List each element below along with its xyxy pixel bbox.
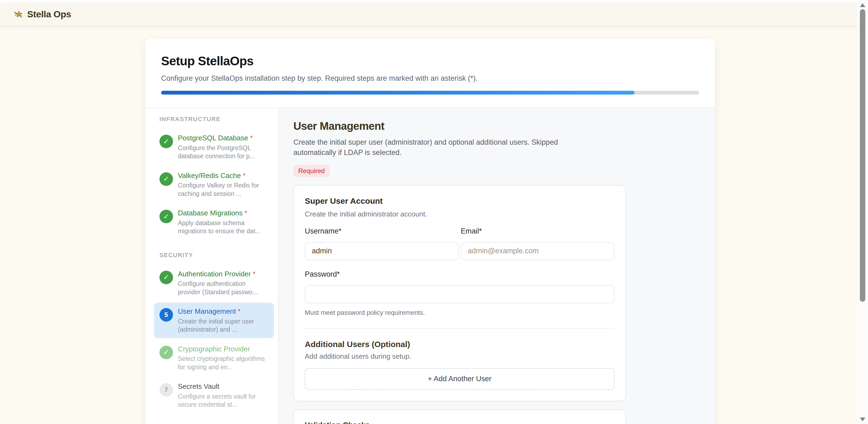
username-input[interactable] xyxy=(305,242,459,260)
step-title: Database Migrations xyxy=(178,209,242,217)
required-asterisk: * xyxy=(251,270,255,278)
step-description: Select cryptographic algorithms for sign… xyxy=(178,355,269,371)
progress-bar-fill xyxy=(161,91,634,95)
step-description: Configure authentication provider (Stand… xyxy=(178,280,269,296)
scrollbar-up-arrow-icon[interactable] xyxy=(860,3,865,7)
super-user-heading: Super User Account xyxy=(305,196,615,206)
sidebar-item-authentication-provider[interactable]: ✓ Authentication Provider * Configure au… xyxy=(154,265,274,301)
topbar: Stella Ops xyxy=(0,3,868,26)
scrollbar-thumb[interactable] xyxy=(860,9,865,302)
progress-bar xyxy=(161,91,699,95)
additional-users-subheading: Add additional users during setup. xyxy=(305,352,615,361)
step-description: Configure Valkey or Redis for caching an… xyxy=(178,181,269,198)
step-description: Apply database schema migrations to ensu… xyxy=(178,219,269,235)
step-description: Create the initial super user (administr… xyxy=(178,317,269,334)
super-user-subheading: Create the initial administrator account… xyxy=(305,210,615,218)
username-field-group: Username* xyxy=(305,227,459,260)
page-subtitle: Configure your StellaOps installation st… xyxy=(161,74,699,83)
sidebar-item-cryptographic-provider[interactable]: ✓ Cryptographic Provider Select cryptogr… xyxy=(154,340,274,376)
page-scrollbar[interactable] xyxy=(857,0,868,424)
step-description: Configure the PostgreSQL database connec… xyxy=(178,144,269,160)
step-title: Authentication Provider xyxy=(178,270,251,278)
sidebar-item-database-migrations[interactable]: ✓ Database Migrations * Apply database s… xyxy=(154,204,274,240)
check-circle-icon: ✓ xyxy=(159,210,173,223)
setup-wizard-card: Setup StellaOps Configure your StellaOps… xyxy=(145,38,715,424)
step-page-title: User Management xyxy=(293,120,715,132)
password-helper-text: Must meet password policy requirements. xyxy=(305,309,615,317)
password-field-group: Password* Must meet password policy requ… xyxy=(305,270,615,317)
section-divider xyxy=(305,328,615,329)
validation-checks-heading: Validation Checks xyxy=(305,421,615,424)
top-strip xyxy=(0,0,868,3)
step-title: PostgreSQL Database xyxy=(178,134,248,142)
steps-sidebar: INFRASTRUCTURE ✓ PostgreSQL Database * C… xyxy=(145,108,279,424)
step-title: Cryptographic Provider xyxy=(178,345,250,353)
validation-checks-panel: Validation Checks connectivity Check pas… xyxy=(293,410,626,424)
check-circle-icon: ✓ xyxy=(159,346,173,359)
scrollbar-down-arrow-icon[interactable] xyxy=(860,418,865,421)
sidebar-item-postgresql-database[interactable]: ✓ PostgreSQL Database * Configure the Po… xyxy=(154,129,274,165)
section-label-security: SECURITY xyxy=(159,252,274,259)
email-label: Email* xyxy=(461,227,615,235)
wizard-header: Setup StellaOps Configure your StellaOps… xyxy=(145,38,715,108)
required-asterisk: * xyxy=(241,171,245,180)
sidebar-item-secrets-vault[interactable]: 7 Secrets Vault Configure a secrets vaul… xyxy=(154,378,274,413)
brand-title[interactable]: Stella Ops xyxy=(27,9,71,20)
password-input[interactable] xyxy=(305,285,615,303)
password-label: Password* xyxy=(305,270,615,279)
step-description: Configure a secrets vault for secure cre… xyxy=(178,392,269,409)
section-label-infrastructure: INFRASTRUCTURE xyxy=(159,116,274,123)
required-asterisk: * xyxy=(242,209,247,217)
sidebar-item-valkey-redis-cache[interactable]: ✓ Valkey/Redis Cache * Configure Valkey … xyxy=(154,167,274,202)
step-page-description: Create the initial super user (administr… xyxy=(293,137,586,158)
add-another-user-button[interactable]: + Add Another User xyxy=(305,368,615,390)
check-circle-icon: ✓ xyxy=(159,172,173,186)
step-content: User Management Create the initial super… xyxy=(279,108,715,424)
step-number-badge: 5 xyxy=(159,308,173,322)
required-asterisk: * xyxy=(248,134,253,142)
email-input[interactable] xyxy=(461,242,615,260)
page-title: Setup StellaOps xyxy=(161,54,699,68)
stella-ops-logo-icon[interactable] xyxy=(14,10,23,19)
step-title: User Management xyxy=(178,307,236,315)
super-user-account-panel: Super User Account Create the initial ad… xyxy=(293,185,626,401)
email-field-group: Email* xyxy=(461,227,615,260)
username-label: Username* xyxy=(305,227,459,235)
sidebar-item-user-management[interactable]: 5 User Management * Create the initial s… xyxy=(154,303,274,338)
step-title: Valkey/Redis Cache xyxy=(178,171,241,180)
step-number-badge: 7 xyxy=(159,383,173,397)
additional-users-heading: Additional Users (Optional) xyxy=(305,340,615,349)
check-circle-icon: ✓ xyxy=(159,271,173,284)
check-circle-icon: ✓ xyxy=(159,135,173,148)
required-badge: Required xyxy=(293,165,330,177)
step-title: Secrets Vault xyxy=(178,382,219,390)
required-asterisk: * xyxy=(236,307,241,315)
